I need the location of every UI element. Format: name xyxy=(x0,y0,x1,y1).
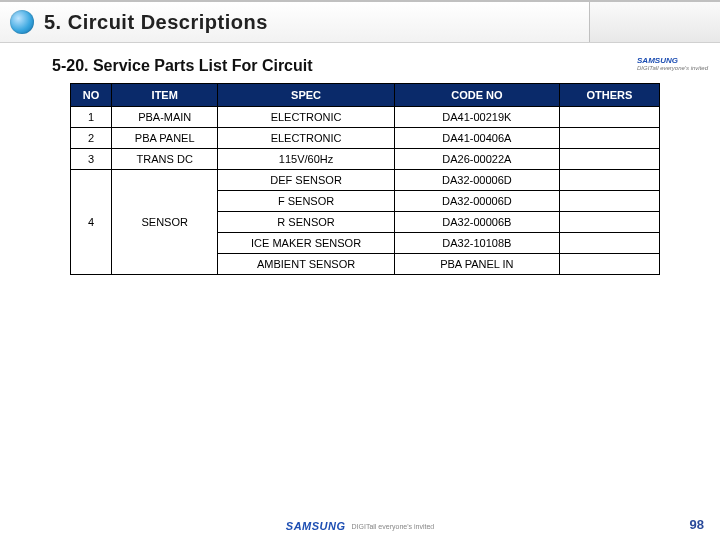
cell-spec: ICE MAKER SENSOR xyxy=(218,233,395,254)
brand-logo-text: SAMSUNG xyxy=(637,56,678,65)
cell-others xyxy=(559,191,659,212)
table-row: 4 SENSOR DEF SENSOR DA32-00006D xyxy=(71,170,660,191)
cell-code: DA41-00219K xyxy=(394,107,559,128)
cell-others xyxy=(559,233,659,254)
parts-table: NO ITEM SPEC CODE NO OTHERS 1 PBA-MAIN E… xyxy=(70,83,660,275)
cell-spec: AMBIENT SENSOR xyxy=(218,254,395,275)
cell-spec: 115V/60Hz xyxy=(218,149,395,170)
table-row: 1 PBA-MAIN ELECTRONIC DA41-00219K xyxy=(71,107,660,128)
globe-icon xyxy=(10,10,34,34)
cell-others xyxy=(559,149,659,170)
col-spec: SPEC xyxy=(218,84,395,107)
brand-tagline: DIGITall everyone's invited xyxy=(637,65,708,71)
cell-spec: ELECTRONIC xyxy=(218,128,395,149)
footer: SAMSUNG DIGITall everyone's invited xyxy=(0,520,720,532)
cell-code: DA32-00006D xyxy=(394,191,559,212)
cell-others xyxy=(559,107,659,128)
section-title: 5-20. Service Parts List For Circuit xyxy=(0,43,720,83)
cell-code: DA26-00022A xyxy=(394,149,559,170)
cell-item: SENSOR xyxy=(112,170,218,275)
cell-spec: F SENSOR xyxy=(218,191,395,212)
parts-table-container: NO ITEM SPEC CODE NO OTHERS 1 PBA-MAIN E… xyxy=(0,83,720,275)
cell-others xyxy=(559,170,659,191)
header-decoration xyxy=(589,2,720,42)
cell-others xyxy=(559,254,659,275)
col-item: ITEM xyxy=(112,84,218,107)
page-title: 5. Circuit Descriptions xyxy=(44,11,268,34)
cell-no: 1 xyxy=(71,107,112,128)
cell-code: DA32-00006D xyxy=(394,170,559,191)
cell-code: PBA PANEL IN xyxy=(394,254,559,275)
footer-tagline: DIGITall everyone's invited xyxy=(352,523,435,530)
brand-badge: SAMSUNG DIGITall everyone's invited xyxy=(637,56,708,71)
cell-code: DA41-00406A xyxy=(394,128,559,149)
page-number: 98 xyxy=(690,517,704,532)
footer-logo-text: SAMSUNG xyxy=(286,520,346,532)
cell-no: 4 xyxy=(71,170,112,275)
cell-item: PBA PANEL xyxy=(112,128,218,149)
cell-item: TRANS DC xyxy=(112,149,218,170)
cell-no: 2 xyxy=(71,128,112,149)
cell-others xyxy=(559,128,659,149)
cell-others xyxy=(559,212,659,233)
col-others: OTHERS xyxy=(559,84,659,107)
cell-item: PBA-MAIN xyxy=(112,107,218,128)
cell-no: 3 xyxy=(71,149,112,170)
cell-spec: ELECTRONIC xyxy=(218,107,395,128)
table-row: 2 PBA PANEL ELECTRONIC DA41-00406A xyxy=(71,128,660,149)
table-header-row: NO ITEM SPEC CODE NO OTHERS xyxy=(71,84,660,107)
cell-code: DA32-10108B xyxy=(394,233,559,254)
col-code: CODE NO xyxy=(394,84,559,107)
cell-spec: DEF SENSOR xyxy=(218,170,395,191)
cell-code: DA32-00006B xyxy=(394,212,559,233)
table-row: 3 TRANS DC 115V/60Hz DA26-00022A xyxy=(71,149,660,170)
cell-spec: R SENSOR xyxy=(218,212,395,233)
col-no: NO xyxy=(71,84,112,107)
page-header: 5. Circuit Descriptions xyxy=(0,0,720,43)
